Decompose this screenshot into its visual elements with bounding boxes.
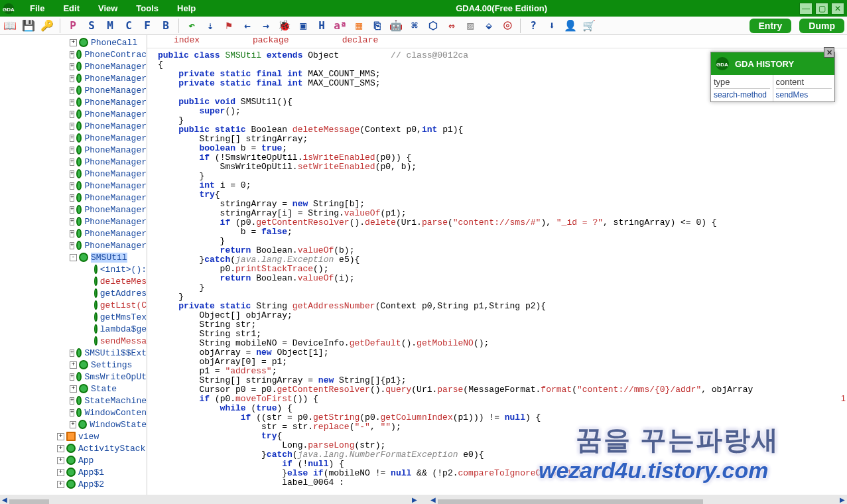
code-editor[interactable]: public class SMSUtil extends Object // c… — [147, 48, 847, 495]
tree-item[interactable]: +PhoneManager — [0, 60, 147, 72]
tab-declare[interactable]: declare — [316, 35, 405, 48]
download-icon[interactable]: ⬇ — [545, 19, 559, 33]
doc-icon[interactable]: ▣ — [296, 19, 310, 33]
minimize-button[interactable]: — — [799, 3, 813, 15]
bug-icon[interactable]: 🐞 — [277, 19, 292, 33]
h-icon[interactable]: H — [314, 19, 329, 33]
expand-icon[interactable]: + — [57, 433, 64, 440]
scroll-left-icon[interactable]: ◀ — [428, 496, 438, 503]
tree-item[interactable]: +PhoneManager — [0, 72, 147, 84]
expand-icon[interactable]: + — [70, 147, 74, 154]
save-icon[interactable]: 💾 — [21, 19, 36, 33]
expand-icon[interactable]: + — [70, 218, 74, 225]
scroll-right-icon[interactable]: ▶ — [838, 496, 847, 503]
tree-item[interactable]: getList(C — [0, 299, 147, 311]
tree-item[interactable]: +ActivityStack — [0, 442, 147, 454]
expand-icon[interactable]: + — [57, 469, 64, 476]
tree-item[interactable]: +PhoneManager — [0, 216, 147, 227]
tree-item[interactable]: +PhoneCall — [0, 36, 147, 48]
grid-icon[interactable]: ▨ — [463, 19, 478, 33]
c-icon[interactable]: C — [121, 19, 136, 33]
expand-icon[interactable]: + — [57, 457, 64, 464]
bucket-icon[interactable]: ⬙ — [482, 19, 496, 33]
expand-icon[interactable]: + — [70, 135, 74, 142]
tree-item[interactable]: +PhoneManager — [0, 204, 147, 216]
expand-icon[interactable]: + — [70, 39, 77, 46]
palette-icon[interactable]: ▦ — [352, 19, 366, 33]
expand-icon[interactable]: + — [70, 361, 77, 369]
bottom-scrollbar[interactable]: ◀ ▶ ◀ ▶ — [0, 495, 847, 504]
bookmark-icon[interactable]: ⇣ — [203, 19, 218, 33]
tab-package[interactable]: package — [226, 35, 316, 48]
close-button[interactable]: ✕ — [831, 3, 844, 15]
tree-item[interactable]: deleteMes — [0, 275, 147, 287]
flag-icon[interactable]: ⚑ — [222, 19, 236, 33]
expand-icon[interactable]: + — [70, 99, 74, 106]
link-icon[interactable]: ⬡ — [426, 19, 440, 33]
cmd-icon[interactable]: ⌘ — [407, 19, 422, 33]
collapse-icon[interactable]: - — [70, 254, 77, 261]
tree-item[interactable]: +PhoneManager — [0, 168, 147, 180]
menu-file[interactable]: File — [22, 2, 52, 15]
forward-icon[interactable]: → — [259, 19, 273, 33]
class-tree[interactable]: +PhoneCall+PhoneContrac+PhoneManager+Pho… — [0, 35, 147, 495]
cart-icon[interactable]: 🛒 — [582, 19, 596, 33]
expand-icon[interactable]: + — [70, 397, 74, 405]
p-icon[interactable]: P — [66, 19, 80, 33]
expand-icon[interactable]: + — [70, 194, 74, 202]
android-icon[interactable]: 🤖 — [389, 19, 403, 33]
tree-item[interactable]: +PhoneManager — [0, 227, 147, 239]
tree-item[interactable]: +view — [0, 430, 147, 442]
menu-tools[interactable]: Tools — [128, 2, 166, 15]
tree-item[interactable]: getAddres — [0, 287, 147, 299]
tree-item[interactable]: +PhoneManager — [0, 144, 147, 156]
tree-item[interactable]: +App — [0, 454, 147, 466]
tree-item[interactable]: +PhoneManager — [0, 132, 147, 144]
b-icon[interactable]: B — [159, 19, 173, 33]
scroll-left-icon[interactable]: ◀ — [0, 496, 9, 503]
tree-item[interactable]: +PhoneManager — [0, 180, 147, 192]
tree-item[interactable]: sendMessa — [0, 335, 147, 347]
tree-item[interactable]: +PhoneContrac — [0, 48, 147, 60]
expand-icon[interactable]: + — [57, 481, 64, 488]
menu-help[interactable]: Help — [169, 2, 204, 15]
tree-item[interactable]: +App$1 — [0, 466, 147, 478]
tree-item[interactable]: +PhoneManager — [0, 239, 147, 251]
expand-icon[interactable]: + — [70, 87, 74, 94]
tree-item[interactable]: lambda$ge — [0, 323, 147, 335]
maximize-button[interactable]: ▢ — [815, 3, 828, 15]
tree-item[interactable]: +StateMachine — [0, 395, 147, 407]
tree-item[interactable]: +App$2 — [0, 478, 147, 490]
tree-item[interactable]: <init>(): — [0, 263, 147, 275]
expand-icon[interactable]: + — [70, 421, 76, 428]
expand-icon[interactable]: + — [70, 409, 74, 416]
expand-icon[interactable]: + — [70, 385, 77, 393]
tree-item[interactable]: +PhoneManager — [0, 96, 147, 108]
history-close-button[interactable]: ✕ — [824, 47, 834, 58]
tree-item[interactable]: getMmsTex — [0, 311, 147, 323]
tree-item[interactable]: -SMSUtil — [0, 251, 147, 263]
tree-item[interactable]: +PhoneManager — [0, 108, 147, 120]
back-icon[interactable]: ← — [240, 19, 255, 33]
tree-item[interactable]: +SMSUtil$$Ext — [0, 347, 147, 359]
expand-icon[interactable]: + — [70, 182, 74, 190]
history-cell[interactable]: search-method — [714, 90, 770, 99]
undo-icon[interactable]: ↶ — [184, 19, 199, 33]
tree-item[interactable]: +Settings — [0, 359, 147, 371]
key-icon[interactable]: 🔑 — [40, 19, 54, 33]
expand-icon[interactable]: + — [70, 242, 74, 249]
expand-icon[interactable]: + — [70, 206, 74, 214]
history-panel[interactable]: GDA GDA HISTORY ✕ type search-method con… — [710, 52, 835, 102]
tree-item[interactable]: +PhoneManager — [0, 192, 147, 204]
m-icon[interactable]: M — [103, 19, 117, 33]
tree-item[interactable]: +PhoneManager — [0, 156, 147, 168]
expand-icon[interactable]: + — [70, 230, 74, 237]
tree-item[interactable]: +PhoneManager — [0, 120, 147, 132]
expand-icon[interactable]: + — [70, 51, 74, 58]
finger-icon[interactable]: ⦾ — [500, 19, 515, 33]
expand-icon[interactable]: + — [70, 373, 74, 381]
menu-view[interactable]: View — [90, 2, 125, 15]
tab-index[interactable]: index — [147, 35, 226, 48]
expand-icon[interactable]: + — [70, 158, 74, 166]
tree-item[interactable]: +WindowConten — [0, 407, 147, 418]
